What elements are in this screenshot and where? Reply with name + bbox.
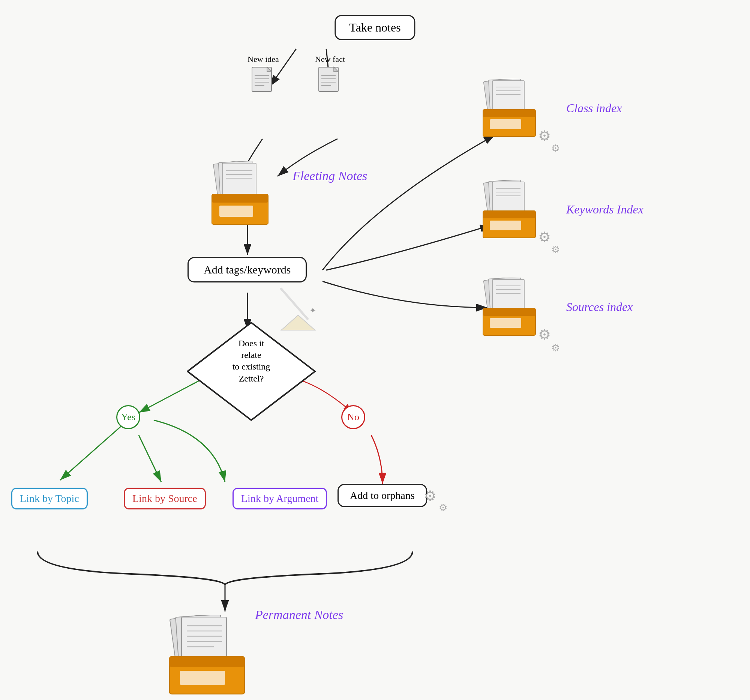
sources-index-gear-small: ⚙ [551, 342, 560, 354]
add-tags-box: Add tags/keywords [188, 257, 307, 283]
svg-line-30 [281, 289, 307, 319]
take-notes-box: Take notes [335, 15, 415, 40]
orphans-gear-small: ⚙ [439, 502, 447, 514]
fleeting-file-box [208, 161, 283, 228]
svg-line-7 [139, 435, 161, 482]
class-index-gear-large: ⚙ [538, 128, 551, 144]
svg-rect-50 [490, 221, 521, 230]
keywords-index-label: Keywords Index [566, 203, 644, 217]
take-notes-label: Take notes [349, 21, 401, 34]
svg-rect-58 [483, 308, 535, 316]
svg-rect-23 [222, 163, 256, 196]
new-fact-doc: New fact [315, 54, 345, 98]
new-fact-label: New fact [315, 54, 345, 64]
svg-rect-71 [180, 671, 225, 685]
new-idea-label: New idea [247, 54, 279, 64]
svg-rect-59 [490, 318, 521, 328]
fleeting-notes-label: Fleeting Notes [292, 169, 367, 183]
link-by-argument-box: Link by Argument [232, 488, 327, 509]
diamond-question-text: Does it relate to existing Zettel? [232, 338, 270, 383]
no-circle: No [341, 405, 365, 429]
diamond-decision: Does it relate to existing Zettel? [180, 319, 323, 425]
svg-rect-53 [492, 280, 524, 309]
svg-rect-63 [181, 617, 226, 657]
class-index-label: Class index [566, 101, 622, 115]
permanent-file-box [165, 615, 270, 699]
orphans-gear-large: ⚙ [424, 488, 436, 504]
keywords-index-gear-large: ⚙ [538, 229, 551, 245]
svg-rect-41 [490, 119, 521, 129]
svg-rect-49 [483, 211, 535, 218]
add-to-orphans-box: Add to orphans [338, 484, 427, 507]
arrows-svg [0, 0, 750, 700]
diagram: Take notes New idea New fact [0, 0, 750, 700]
link-source-label: Link by Source [132, 492, 197, 504]
svg-rect-44 [492, 182, 524, 212]
add-orphans-label: Add to orphans [350, 489, 415, 501]
keywords-index-gear-small: ⚙ [551, 244, 560, 255]
svg-text:✦: ✦ [309, 306, 316, 315]
sources-index-label: Sources index [566, 300, 633, 314]
link-by-source-box: Link by Source [124, 488, 206, 509]
yes-circle: Yes [116, 405, 140, 429]
link-topic-label: Link by Topic [20, 492, 79, 504]
link-by-topic-box: Link by Topic [11, 488, 88, 509]
svg-rect-28 [212, 194, 268, 203]
svg-rect-35 [492, 81, 524, 111]
sources-index-gear-large: ⚙ [538, 326, 551, 343]
svg-rect-40 [483, 109, 535, 117]
svg-rect-70 [169, 657, 244, 667]
class-index-gear-small: ⚙ [551, 143, 560, 154]
link-argument-label: Link by Argument [241, 492, 318, 504]
svg-rect-29 [219, 206, 253, 217]
add-tags-label: Add tags/keywords [204, 263, 290, 276]
new-idea-doc: New idea [247, 54, 279, 98]
